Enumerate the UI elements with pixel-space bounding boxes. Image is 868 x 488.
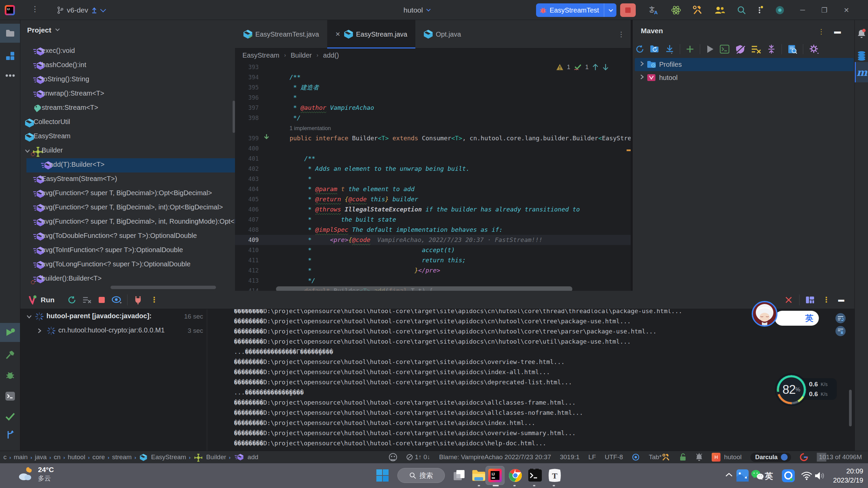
statusbar-crumb[interactable]: Builder: [193, 453, 226, 462]
git-incoming-outgoing[interactable]: 1↑ 0↓: [406, 453, 430, 461]
maven-collapse-icon[interactable]: [767, 44, 776, 54]
maven-download-sources-icon[interactable]: [665, 44, 674, 54]
branch-name[interactable]: v6-dev: [67, 6, 88, 14]
indent-widget[interactable]: Tab*: [649, 453, 670, 461]
tool-build-button[interactable]: [0, 346, 20, 365]
blame-info[interactable]: Blame: VampireAchao 2022/7/23 20:37: [439, 453, 551, 461]
main-menu-icon[interactable]: ⋮: [31, 5, 39, 14]
editor-tab[interactable]: Opt.java: [415, 20, 469, 48]
project-tree-item[interactable]: avg(ToIntFunction<? super T>):OptionalDo…: [20, 244, 235, 258]
project-switcher[interactable]: hutool: [403, 0, 429, 20]
maven-add-icon[interactable]: [686, 45, 694, 53]
project-tree-item[interactable]: hashCode():int: [20, 59, 235, 73]
editor-hscrollbar[interactable]: [276, 286, 572, 291]
project-tree-item[interactable]: exec():void: [20, 44, 235, 59]
code-area[interactable]: 11393394/**395 * 建造者396 *397 * @author V…: [235, 62, 631, 291]
editor-tab[interactable]: EasyStreamTest.java: [235, 20, 327, 48]
clear-icon[interactable]: [82, 296, 92, 304]
q-app-tray-icon[interactable]: [782, 469, 795, 484]
console-softwrap-button[interactable]: [835, 313, 846, 323]
project-hscrollbar[interactable]: [111, 286, 216, 289]
project-vscrollbar[interactable]: [233, 101, 235, 133]
taskbar-search[interactable]: 搜索: [397, 468, 445, 483]
implemented-marker-icon[interactable]: [263, 133, 270, 143]
run-configuration-button[interactable]: EasyStreamTest: [536, 3, 616, 17]
translate-icon[interactable]: 文A: [649, 5, 659, 15]
wifi-tray-icon[interactable]: [801, 471, 812, 482]
minimize-button[interactable]: ─: [800, 6, 805, 14]
statusbar-crumb[interactable]: add: [233, 453, 258, 462]
maven-row-profiles[interactable]: Profiles: [633, 58, 854, 71]
search-everywhere-icon[interactable]: [737, 5, 746, 15]
task-view-icon[interactable]: [451, 467, 467, 484]
close-button[interactable]: ✕: [844, 6, 849, 14]
maven-settings-icon[interactable]: [809, 44, 819, 54]
netdisk-tray-icon[interactable]: [736, 469, 749, 483]
project-tree-item[interactable]: toString():String: [20, 73, 235, 87]
project-tree-item[interactable]: avg(Function<? super T, BigDecimal>, int…: [20, 215, 235, 229]
tool-run-button[interactable]: [0, 323, 20, 342]
statusbar-crumb[interactable]: cn: [54, 453, 61, 461]
ime-indicator[interactable]: 英: [765, 471, 773, 482]
breadcrumb-item[interactable]: add(): [323, 52, 339, 59]
terminal-taskbar-icon[interactable]: [527, 467, 543, 484]
restore-button[interactable]: ❐: [821, 6, 827, 14]
attach-debugger-icon[interactable]: [133, 296, 143, 304]
maven-offline-icon[interactable]: [751, 45, 761, 54]
branch-chevron-icon[interactable]: [100, 6, 106, 12]
project-panel-header[interactable]: Project: [27, 26, 58, 34]
module-widget[interactable]: H hutool: [712, 453, 742, 462]
project-tree-item[interactable]: builder():Builder<T>: [20, 272, 235, 286]
maven-refresh-icon[interactable]: [635, 45, 644, 54]
project-tree-item[interactable]: CollectorUtil: [20, 116, 235, 130]
project-tree-item[interactable]: avg(Function<? super T, BigDecimal>):Opt…: [20, 187, 235, 201]
project-tree-item[interactable]: EasyStream: [20, 130, 235, 144]
maven-run-icon[interactable]: [706, 45, 714, 54]
users-icon[interactable]: [714, 5, 725, 15]
breadcrumb-item[interactable]: Builder: [291, 52, 312, 59]
wechat-tray-icon[interactable]: [751, 469, 764, 482]
maven-tool-icon[interactable]: m: [855, 62, 868, 82]
rerun-icon[interactable]: [67, 296, 77, 304]
tool-git-button[interactable]: [0, 425, 20, 444]
statusbar-crumb[interactable]: hutool: [68, 453, 85, 461]
statusbar-crumb[interactable]: EasyStream: [139, 453, 186, 462]
statusbar-crumb[interactable]: java: [35, 453, 47, 461]
chrome-taskbar-icon[interactable]: [507, 467, 524, 484]
stop-process-icon[interactable]: [97, 297, 107, 303]
github-icon[interactable]: [389, 453, 397, 462]
memory-indicator[interactable]: 1013 of 4096M: [817, 453, 864, 462]
run-options-icon[interactable]: ⋮: [149, 296, 159, 304]
typora-taskbar-icon[interactable]: T: [547, 467, 563, 484]
start-button[interactable]: [374, 467, 391, 484]
tool-structure-button[interactable]: [0, 46, 20, 65]
avatar-profile-icon[interactable]: [775, 5, 785, 15]
tools-icon[interactable]: [693, 5, 703, 15]
statusbar-crumb[interactable]: main: [14, 453, 28, 461]
intellij-taskbar-icon[interactable]: IJ: [487, 467, 503, 484]
tool-project-button[interactable]: [0, 24, 20, 43]
volume-tray-icon[interactable]: [814, 471, 826, 482]
maven-row-hutool[interactable]: hutool: [633, 71, 854, 84]
run-minimize-icon[interactable]: ▬: [836, 296, 846, 303]
maven-minimize-icon[interactable]: ▬: [834, 27, 841, 35]
project-tree-item[interactable]: avg(ToLongFunction<? super T>):OptionalD…: [20, 258, 235, 272]
statusbar-crumb[interactable]: core: [92, 453, 105, 461]
maven-reload-folder-icon[interactable]: [650, 45, 659, 54]
notifications-bell-icon[interactable]: [855, 24, 868, 43]
stop-button[interactable]: [620, 3, 636, 17]
close-run-icon[interactable]: [784, 296, 794, 304]
tool-problems-button[interactable]: [0, 366, 20, 385]
project-tree-item[interactable]: Builder: [20, 144, 235, 158]
lock-icon[interactable]: [679, 453, 687, 461]
tab-close-icon[interactable]: ✕: [335, 30, 340, 38]
git-branch-widget[interactable]: v6-dev: [57, 0, 104, 20]
tool-commit-check-button[interactable]: [0, 407, 20, 426]
project-tree-item[interactable]: EasyStream(Stream<T>): [20, 172, 235, 187]
maven-skip-tests-icon[interactable]: [735, 44, 745, 54]
run-more-icon[interactable]: ⋮: [821, 296, 831, 304]
tray-expand-icon[interactable]: [725, 472, 733, 479]
intellij-logo-icon[interactable]: IJ: [5, 5, 15, 15]
project-tree-item[interactable]: add(T):Builder<T>: [20, 158, 235, 172]
google-icon[interactable]: [800, 453, 808, 461]
